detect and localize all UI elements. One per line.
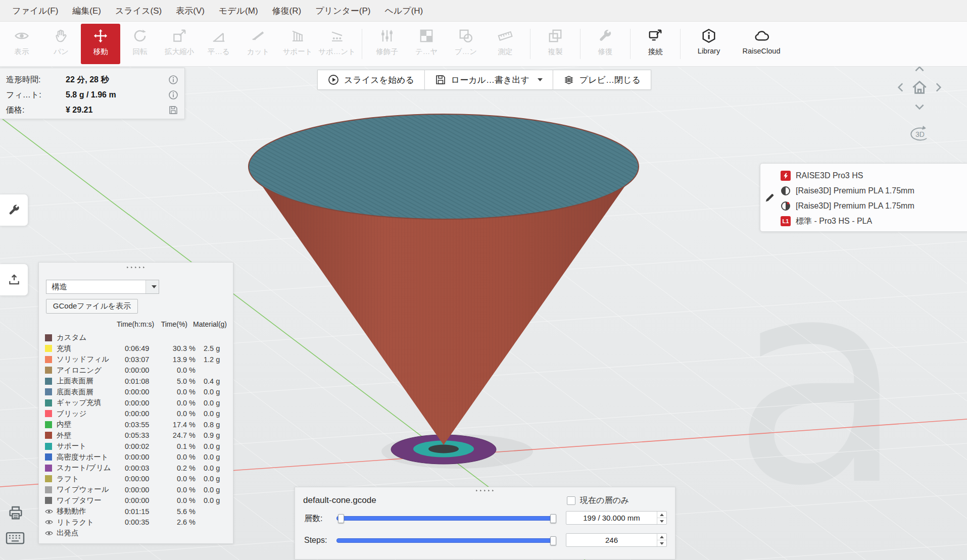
menu-item[interactable]: モデル(M) — [212, 0, 265, 22]
menu-item[interactable]: 修復(R) — [265, 0, 309, 22]
structure-row[interactable]: アイロニング 0:00:00 0.0 % — [39, 365, 233, 376]
layer-range-slider[interactable] — [336, 516, 556, 521]
template-row: L1 標準 - Pro3 HS - PLA — [781, 214, 963, 229]
structure-row[interactable]: 充填 0:06:49 30.3 % 2.5 g — [39, 343, 233, 354]
toolbar-connect-button[interactable]: 接続 — [636, 24, 675, 64]
structure-row[interactable]: サポート 0:00:02 0.1 % 0.0 g — [39, 441, 233, 452]
export-local-button[interactable]: ローカル…書き出す — [424, 70, 553, 90]
structure-row[interactable]: 高密度サポート 0:00:00 0.0 % 0.0 g — [39, 452, 233, 463]
toolbar-boolean-button[interactable]: ブ…ン — [446, 24, 486, 64]
toolbar-raisecloud-button[interactable]: RaiseCloud — [732, 24, 791, 64]
structure-toggle-row[interactable]: 移動動作 0:01:15 5.6 % — [39, 506, 233, 517]
print-time-value: 22 分, 28 秒 — [66, 75, 168, 85]
close-preview-button[interactable]: プレビ…閉じる — [553, 70, 651, 90]
structure-row[interactable]: 底面表面層 0:00:00 0.0 % 0.0 g — [39, 387, 233, 398]
structure-row-percent: 0.0 % — [165, 453, 196, 461]
view-home-button[interactable] — [911, 79, 928, 98]
layer-slider-low-handle[interactable] — [338, 514, 344, 523]
structure-row[interactable]: ソリッドフィル 0:03:07 13.9 % 1.2 g — [39, 354, 233, 365]
steps-step-up-button[interactable] — [657, 534, 666, 540]
home-icon — [911, 79, 928, 96]
toolbar-lay-flat-button[interactable]: 平…る — [199, 24, 238, 64]
menu-item[interactable]: 編集(E) — [65, 0, 108, 22]
toolbar-separator — [362, 29, 362, 59]
toolbar-library-button[interactable]: Library — [686, 24, 732, 64]
toolbar-texture-button[interactable]: テ…ヤ — [407, 24, 446, 64]
color-swatch — [45, 453, 52, 461]
toolbar-pan-button[interactable]: パン — [41, 24, 81, 64]
structure-row[interactable]: ラフト 0:00:00 0.0 % 0.0 g — [39, 474, 233, 485]
export-tab[interactable] — [0, 264, 28, 296]
steps-slider[interactable] — [336, 538, 556, 543]
toolbar-rotate-button[interactable]: 回転 — [120, 24, 160, 64]
info-icon[interactable] — [168, 75, 178, 85]
structure-row-percent: 0.0 % — [165, 486, 196, 494]
start-slice-button[interactable]: スライスを始める — [317, 70, 425, 90]
upload-icon — [8, 273, 21, 286]
left-nozzle-icon — [781, 186, 791, 196]
structure-row-time: 0:00:00 — [125, 475, 165, 483]
layer-step-up-button[interactable] — [657, 512, 666, 518]
color-swatch — [45, 334, 52, 341]
menu-item[interactable]: 表示(V) — [169, 0, 212, 22]
steps-stepper[interactable]: 246 — [566, 533, 667, 547]
chevron-down-icon — [146, 280, 159, 293]
toolbar-pan-label: パン — [54, 47, 69, 57]
toolbar-move-button[interactable]: 移動 — [81, 24, 120, 64]
info-icon[interactable] — [168, 90, 178, 100]
eye-icon[interactable] — [45, 508, 53, 515]
layer-slider-high-handle[interactable] — [550, 514, 556, 523]
color-swatch — [45, 410, 52, 417]
drag-handle-icon[interactable] — [126, 266, 147, 269]
toolbar-scale-button[interactable]: 拡大縮小 — [160, 24, 199, 64]
structure-row[interactable]: 上面表面層 0:01:08 5.0 % 0.4 g — [39, 376, 233, 387]
keyboard-shortcuts-button[interactable] — [5, 529, 25, 548]
menu-item[interactable]: スライス(S) — [108, 0, 169, 22]
drag-handle-icon[interactable] — [475, 489, 496, 492]
structure-row[interactable]: 外壁 0:05:33 24.7 % 0.9 g — [39, 430, 233, 441]
steps-step-down-button[interactable] — [657, 540, 666, 546]
structure-toggle-row[interactable]: リトラクト 0:00:35 2.6 % — [39, 517, 233, 528]
structure-toggle-row[interactable]: 出発点 — [39, 528, 233, 539]
structure-row[interactable]: 内壁 0:03:55 17.4 % 0.8 g — [39, 419, 233, 430]
structure-row[interactable]: カスタム — [39, 332, 233, 343]
structure-row[interactable]: ワイプタワー 0:00:00 0.0 % 0.0 g — [39, 495, 233, 506]
current-layer-only-control[interactable]: 現在の層のみ — [567, 495, 629, 506]
eye-icon[interactable] — [45, 519, 53, 525]
toolbar-support-point-button[interactable]: サポ…ント — [317, 24, 357, 64]
toolbar-duplicate-button[interactable]: 複製 — [536, 24, 575, 64]
save-icon[interactable] — [168, 105, 178, 115]
print-queue-button[interactable] — [7, 505, 24, 523]
toolbar-repair-button[interactable]: 修復 — [586, 24, 625, 64]
layer-stepper[interactable]: 199 / 30.000 mm — [566, 511, 667, 525]
printer-panel[interactable]: RAISE3D Pro3 HS [Raise3D] Premium PLA 1.… — [760, 163, 967, 232]
structure-row-name: 移動動作 — [57, 506, 125, 516]
toolbar-modifier-button[interactable]: 修飾子 — [367, 24, 407, 64]
menu-item[interactable]: プリンター(P) — [308, 0, 377, 22]
edit-pencil-icon[interactable] — [764, 192, 776, 203]
rotate-3d-button[interactable]: 3D — [904, 121, 935, 147]
structure-row[interactable]: ワイプウォール 0:00:00 0.0 % 0.0 g — [39, 484, 233, 495]
toolbar-measure-button[interactable]: 測定 — [486, 24, 525, 64]
toolbar-cut-button[interactable]: カット — [238, 24, 278, 64]
structure-row[interactable]: ギャップ充填 0:00:00 0.0 % 0.0 g — [39, 397, 233, 409]
current-layer-only-checkbox[interactable] — [567, 496, 575, 505]
structure-dropdown[interactable]: 構造 — [46, 280, 159, 294]
structure-row[interactable]: ブリッジ 0:00:00 0.0 % 0.0 g — [39, 409, 233, 420]
menu-item[interactable]: ファイル(F) — [5, 0, 65, 22]
structure-row[interactable]: スカート/ブリム 0:00:03 0.2 % 0.0 g — [39, 463, 233, 474]
view-right-button[interactable] — [932, 81, 945, 96]
show-gcode-button[interactable]: GCodeファイルを表示 — [46, 299, 138, 314]
structure-row-time: 0:01:08 — [125, 377, 165, 385]
structure-row-material: 0.8 g — [196, 421, 227, 429]
menu-item[interactable]: ヘルプ(H) — [377, 0, 430, 22]
steps-slider-handle[interactable] — [550, 536, 556, 545]
view-down-button[interactable] — [913, 100, 926, 115]
view-left-button[interactable] — [894, 81, 907, 96]
toolbar-support-button[interactable]: サポート — [278, 24, 317, 64]
toolbar-display-button[interactable]: 表示 — [2, 24, 41, 64]
settings-tab[interactable] — [0, 194, 28, 226]
eye-icon[interactable] — [45, 530, 53, 536]
support-icon — [290, 28, 305, 43]
layer-step-down-button[interactable] — [657, 518, 666, 524]
